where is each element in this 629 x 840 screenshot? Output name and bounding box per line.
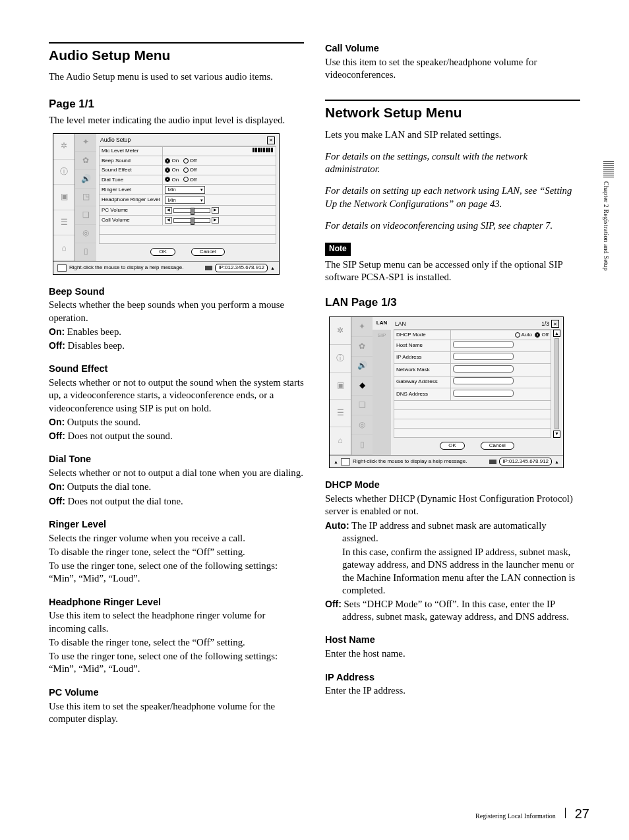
hpringer-l3: To use the ringer tone, select one of th… — [49, 650, 304, 675]
rail-icon: ✿ — [351, 337, 373, 357]
rail-icon: ⌂ — [330, 427, 351, 455]
side-tab: Chapter 2 Registration and Setup — [603, 161, 614, 271]
row-mask-label: Network Mask — [394, 364, 451, 376]
rail-icon: ◎ — [75, 225, 96, 243]
row-dhcp-label: DHCP Mode — [394, 330, 451, 340]
lan-tabs: LAN SIP — [373, 317, 391, 455]
tab-lan[interactable]: LAN — [373, 317, 391, 329]
row-gw-value[interactable] — [450, 376, 551, 388]
shot-rail-secondary: ✦ ✿ 🔊 ◆ ❏ ◎ ▯ — [351, 317, 373, 455]
dial-text: Selects whether or not to output a dial … — [49, 467, 304, 479]
shot-rail-secondary: ✦ ✿ 🔊 ◳ ❏ ◎ ▯ — [75, 134, 96, 261]
shot-title: Audio Setup — [100, 136, 131, 144]
right-column: Call Volume Use this item to set the spe… — [325, 42, 580, 727]
dhcp-auto-2: In this case, confirm the assigned IP ad… — [325, 546, 580, 597]
row-beep-value[interactable]: On Off — [163, 156, 276, 165]
rail-icon: ✲ — [53, 134, 75, 160]
network-italic2: For details on setting up each network u… — [325, 185, 580, 210]
row-dial-value[interactable]: On Off — [163, 175, 276, 185]
row-dhcp-value[interactable]: Auto Off — [450, 330, 551, 340]
network-heading: Network Setup Menu — [325, 100, 580, 121]
rail-icon: ⓘ — [53, 160, 75, 185]
cancel-button[interactable]: Cancel — [191, 248, 225, 256]
page: Chapter 2 Registration and Setup Audio S… — [0, 0, 629, 840]
page-nav: ▲ ▼ — [553, 330, 560, 437]
callvol-heading: Call Volume — [325, 42, 580, 55]
dhcp-off: Off: Sets “DHCP Mode” to “Off”. In this … — [325, 598, 580, 623]
status-icon — [341, 458, 350, 465]
row-host-value[interactable] — [450, 340, 551, 351]
row-mic-value — [163, 146, 276, 156]
row-callvol-label: Call Volume — [100, 215, 163, 225]
row-ringer-value[interactable]: Min — [163, 185, 276, 195]
pcvol-text: Use this item to set the speaker/headpho… — [49, 700, 304, 725]
ok-button[interactable]: OK — [150, 248, 175, 256]
lan-form-table: DHCP Mode Auto Off Host Name IP Address … — [394, 330, 551, 437]
rail-icon: ✦ — [75, 134, 96, 152]
page-up-icon[interactable]: ▲ — [553, 330, 560, 337]
dhcp-heading: DHCP Mode — [325, 479, 580, 491]
page-indicator: 1/3 — [541, 320, 549, 328]
se-heading: Sound Effect — [49, 363, 304, 375]
cancel-button[interactable]: Cancel — [481, 442, 514, 450]
ip-indicator: IP:012.345.678.912 — [499, 458, 552, 465]
network-italic3: For details on videoconferencing using S… — [325, 220, 580, 232]
tab-sip[interactable]: SIP — [373, 330, 391, 342]
host-heading: Host Name — [325, 634, 580, 646]
beep-on: On: Enables beep. — [49, 326, 304, 338]
close-icon[interactable]: ✕ — [267, 136, 275, 144]
shot-rail-primary: ✲ ⓘ ▣ ☰ ⌂ — [330, 317, 351, 455]
ringer-l2: To disable the ringer tone, select the “… — [49, 546, 304, 558]
dial-heading: Dial Tone — [49, 453, 304, 465]
shot-title: LAN — [395, 320, 406, 328]
left-column: Audio Setup Menu The Audio Setup menu is… — [49, 42, 304, 727]
se-text: Selects whether or not to output the sou… — [49, 376, 304, 415]
rail-icon: ❏ — [75, 206, 96, 225]
up-triangle-icon[interactable]: ▲ — [270, 265, 275, 271]
host-text: Enter the host name. — [325, 647, 580, 660]
row-pcvol-value[interactable]: ◀▶ — [163, 205, 276, 215]
audio-form-table: Mic Level Meter Beep Sound On Off Sound … — [99, 146, 276, 244]
row-dns-label: DNS Address — [394, 388, 451, 400]
row-se-value[interactable]: On Off — [163, 165, 276, 175]
dhcp-auto-1: Auto: The IP address and subnet mask are… — [325, 520, 580, 545]
row-dns-value[interactable] — [450, 388, 551, 400]
row-mask-value[interactable] — [450, 364, 551, 376]
rail-icon: ☰ — [53, 210, 75, 236]
row-gw-label: Gateway Address — [394, 376, 451, 388]
ip-indicator: IP:012.345.678.912 — [215, 264, 268, 272]
pcvol-heading: PC Volume — [49, 686, 304, 699]
hpringer-l2: To disable the ringer tone, select the “… — [49, 636, 304, 649]
keyboard-icon — [489, 460, 496, 464]
beep-text: Selects whether the beep sounds when you… — [49, 299, 304, 324]
ok-button[interactable]: OK — [440, 442, 465, 450]
hpringer-heading: Headphone Ringer Level — [49, 596, 304, 609]
network-setup-icon: ◆ — [351, 376, 373, 396]
rail-icon: ⌂ — [53, 235, 75, 261]
row-callvol-value[interactable]: ◀▶ — [163, 215, 276, 225]
rail-icon: ✲ — [330, 317, 351, 345]
audio-screenshot: ✲ ⓘ ▣ ☰ ⌂ ✦ ✿ 🔊 ◳ ❏ ◎ ▯ — [53, 133, 280, 275]
audio-intro: The Audio Setup menu is used to set vari… — [49, 71, 304, 83]
status-icon — [57, 264, 67, 272]
footer: Registering Local Information 27 — [475, 806, 589, 822]
row-ip-value[interactable] — [450, 351, 551, 363]
row-ip-label: IP Address — [394, 351, 451, 363]
row-hpringer-value[interactable]: Min — [163, 195, 276, 206]
tab-hatching — [603, 161, 614, 177]
note-text: The SIP Setup menu can be accessed only … — [325, 258, 580, 284]
lan-screenshot: ✲ ⓘ ▣ ☰ ⌂ ✦ ✿ 🔊 ◆ ❏ ◎ ▯ — [329, 316, 564, 468]
callvol-text: Use this item to set the speaker/headpho… — [325, 56, 580, 81]
close-icon[interactable]: ✕ — [551, 320, 559, 328]
ipaddr-text: Enter the IP address. — [325, 684, 580, 697]
rail-icon: ▯ — [351, 435, 373, 455]
rail-icon: 🔊 — [75, 170, 96, 189]
lan-page-heading: LAN Page 1/3 — [325, 295, 580, 310]
row-host-label: Host Name — [394, 340, 451, 351]
ringer-l3: To use the ringer tone, select one of th… — [49, 560, 304, 585]
page-down-icon[interactable]: ▼ — [553, 431, 560, 438]
up-triangle-icon[interactable]: ▲ — [334, 459, 338, 465]
rail-icon: ◎ — [351, 415, 373, 435]
shot-rail-primary: ✲ ⓘ ▣ ☰ ⌂ — [53, 134, 75, 261]
up-triangle-icon[interactable]: ▲ — [554, 459, 559, 465]
